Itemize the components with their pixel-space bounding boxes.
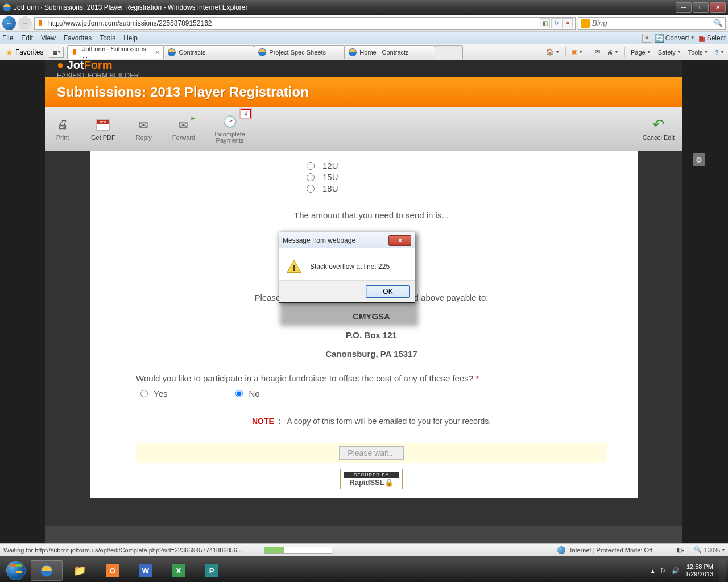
print-icon[interactable]: 🖨 ▼ (606, 49, 620, 56)
safety-menu[interactable]: Safety ▼ (657, 49, 682, 56)
tray-clock[interactable]: 12:58 PM1/29/2013 (685, 563, 713, 578)
minimize-button[interactable]: — (676, 2, 692, 13)
warning-icon: ! (286, 259, 302, 275)
submit-bar: Please wait... (136, 443, 607, 463)
task-explorer[interactable]: 📁 (64, 560, 96, 581)
feeds-icon[interactable]: ▣ ▼ (570, 48, 584, 56)
radio-12u[interactable] (307, 162, 315, 170)
zone-text: Internet | Protected Mode: Off (570, 547, 652, 554)
tab-home-contracts[interactable]: Home - Contracts (344, 45, 435, 59)
incomplete-payments-button[interactable]: 🕑 Incomplete Payments 4 (214, 114, 245, 144)
radio-yes[interactable] (140, 390, 148, 397)
dialog-ok-button[interactable]: OK (366, 285, 410, 298)
read-mail-icon[interactable]: ✉ (594, 48, 601, 56)
jotform-header: ● JotForm EASIEST FORM BUILDER (46, 60, 682, 77)
convert-button[interactable]: 🔄Convert ▼ (655, 34, 695, 43)
task-outlook[interactable]: O (97, 560, 129, 581)
menu-tools[interactable]: Tools (100, 34, 115, 42)
zone-globe-icon (557, 546, 565, 554)
menu-edit[interactable]: Edit (21, 34, 33, 42)
task-word[interactable]: W (130, 560, 162, 581)
forward-button[interactable]: → (18, 16, 32, 30)
menu-file[interactable]: File (2, 34, 13, 42)
star-icon: ★ (6, 48, 13, 57)
radio-no[interactable] (235, 390, 243, 397)
system-tray: ▴ ⚐ 🔊 12:58 PM1/29/2013 (647, 563, 718, 578)
radio-15u[interactable] (307, 173, 315, 181)
menu-help[interactable]: Help (123, 34, 138, 42)
division-option: 12U (307, 161, 607, 171)
cancel-edit-button[interactable]: ↶Cancel Edit (643, 117, 675, 141)
radio-18u[interactable] (307, 185, 315, 193)
task-excel[interactable]: X (163, 560, 195, 581)
back-button[interactable]: ← (2, 16, 16, 30)
start-button[interactable] (2, 560, 30, 581)
address-field-wrap: ◧ ↻ ✕ (34, 17, 576, 30)
task-publisher[interactable]: P (196, 560, 228, 581)
note-text: NOTE : A copy of this form will be email… (136, 417, 607, 426)
tab-blank[interactable] (435, 45, 463, 59)
select-button[interactable]: ▦Select (698, 34, 726, 43)
window-title: JotForm · Submissions: 2013 Player Regis… (14, 3, 676, 11)
address-input[interactable] (48, 19, 540, 27)
tools-menu[interactable]: Tools ▼ (687, 49, 710, 56)
quick-tabs-button[interactable]: ▦▾ (49, 47, 64, 58)
page-menu[interactable]: Page ▼ (630, 49, 652, 56)
tab-spec-sheets[interactable]: Project Spec Sheets (254, 45, 345, 59)
menu-favorites[interactable]: Favorites (64, 34, 92, 42)
dialog-titlebar: Message from webpage ✕ (279, 232, 415, 248)
reply-button[interactable]: ✉Reply (135, 117, 153, 141)
windows-taskbar: 📁 O W X P ▴ ⚐ 🔊 12:58 PM1/29/2013 (0, 559, 728, 582)
page-compat-icon[interactable]: ◧▾ (676, 546, 684, 554)
search-box: 🔍 (578, 17, 726, 30)
svg-text:!: ! (293, 263, 296, 272)
refresh-icon[interactable]: ↻ (551, 18, 561, 28)
menu-bar: File Edit View Favorites Tools Help ✕ 🔄C… (0, 32, 728, 44)
task-ie[interactable] (31, 560, 63, 581)
window-close-button[interactable]: ✕ (710, 2, 726, 13)
ssl-seal[interactable]: SECURED BY RapidSSL🔒 (340, 469, 403, 489)
menu-view[interactable]: View (41, 34, 56, 42)
jotform-logo[interactable]: ● JotForm (57, 60, 139, 72)
search-icon[interactable]: 🔍 (714, 19, 723, 27)
browser-status-bar: Waiting for http://submit.jotform.us/opt… (0, 543, 728, 556)
favorites-tabs-row: ★ Favorites ▦▾ JotForm · Submissions: ..… (0, 44, 728, 60)
dialog-message: Stack overflow at line: 225 (310, 263, 390, 271)
search-input[interactable] (592, 19, 714, 27)
ie-icon (2, 3, 11, 12)
fundraiser-question: Would you like to participate in a hoagi… (136, 373, 607, 383)
status-text: Waiting for http://submit.jotform.us/opt… (3, 547, 242, 554)
favorites-button[interactable]: ★ Favorites (2, 47, 47, 58)
help-icon[interactable]: ? ▼ (714, 49, 726, 56)
close-extension-button[interactable]: ✕ (642, 34, 651, 43)
maximize-button[interactable]: □ (693, 2, 709, 13)
forward-button[interactable]: ✉➤Forward (172, 117, 195, 141)
ie-favicon (258, 48, 267, 57)
get-pdf-button[interactable]: PDFGet PDF (91, 117, 115, 141)
submit-button-waiting[interactable]: Please wait... (339, 446, 403, 460)
amount-text: The amount that you need to send in is..… (136, 210, 607, 220)
window-titlebar: JotForm · Submissions: 2013 Player Regis… (0, 0, 728, 15)
home-icon[interactable]: 🏠 ▼ (545, 48, 561, 56)
fundraiser-yes-option: Yes (140, 389, 167, 398)
stop-icon[interactable]: ✕ (562, 18, 573, 28)
jotform-favicon (71, 48, 80, 57)
tab-close-icon[interactable]: ✕ (155, 49, 160, 56)
incomplete-count-badge: 4 (241, 109, 251, 118)
division-option: 18U (307, 184, 607, 193)
settings-gear-icon[interactable]: ⚙ (693, 153, 705, 166)
tray-chevron[interactable]: ▴ (651, 567, 655, 575)
ie-favicon (167, 48, 176, 57)
dialog-close-button[interactable]: ✕ (388, 235, 411, 246)
compat-view-icon[interactable]: ◧ (540, 18, 550, 28)
tray-flag-icon[interactable]: ⚐ (660, 567, 666, 575)
show-desktop-button[interactable] (719, 559, 726, 582)
print-button[interactable]: 🖨Print (53, 117, 72, 141)
zoom-control[interactable]: 🔍 130% ▾ (689, 546, 725, 554)
tab-jotform[interactable]: JotForm · Submissions: ... ✕ (67, 45, 164, 59)
progress-bar (264, 547, 332, 554)
tray-volume-icon[interactable]: 🔊 (672, 567, 680, 575)
page-title-banner: Submissions: 2013 Player Registration (46, 77, 682, 107)
address-bar-row: ← → ◧ ↻ ✕ 🔍 (0, 15, 728, 32)
tab-contracts[interactable]: Contracts (163, 45, 254, 59)
